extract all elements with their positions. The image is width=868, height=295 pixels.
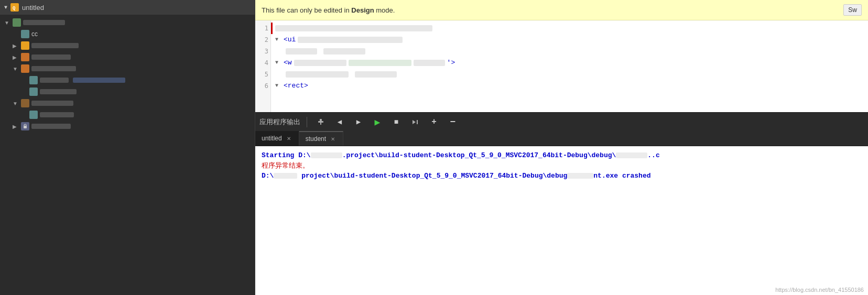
- line-number: 4: [265, 57, 268, 69]
- tree-arrow-icon: ▼: [13, 101, 19, 106]
- tree-item[interactable]: [0, 74, 255, 86]
- xml-tag: <w: [284, 57, 292, 69]
- output-line-3: D:\ project\build-student-Desktop_Qt_5_9…: [262, 171, 862, 181]
- tree-item[interactable]: [0, 109, 255, 121]
- tree-item[interactable]: ▼: [0, 63, 255, 74]
- output-suffix-3: nt.exe crashed: [593, 172, 650, 180]
- tree-arrow-icon: ▼: [13, 66, 19, 72]
- tree-collapse-arrow[interactable]: ▼: [4, 5, 7, 10]
- tree-item[interactable]: ▼: [0, 17, 255, 28]
- switch-mode-button[interactable]: Sw: [843, 4, 862, 16]
- svg-text:Q: Q: [13, 6, 16, 10]
- code-line-2: ▼ <ui: [275, 34, 864, 46]
- tree-item[interactable]: cc: [0, 28, 255, 40]
- fold-arrow[interactable]: ▼: [275, 80, 281, 92]
- output-path2-prefix: D:\: [262, 172, 274, 180]
- blurred-code: [286, 71, 349, 78]
- remove-button[interactable]: −: [446, 115, 460, 129]
- tree-arrow-icon: ▶: [13, 124, 19, 129]
- output-line-1: Starting D:\.project\build-student-Deskt…: [262, 150, 862, 161]
- line-number: 3: [265, 46, 268, 57]
- code-line-4: ▼ <w '>: [275, 57, 864, 69]
- output-blurred-3: [274, 173, 297, 179]
- tree-label: [31, 101, 73, 106]
- code-line-6: ▼ <rect>: [275, 80, 864, 92]
- output-area: Starting D:\.project\build-student-Deskt…: [255, 146, 868, 295]
- tab-student-label: student: [306, 135, 326, 143]
- item-icon: [29, 88, 38, 96]
- code-line-1: [275, 23, 864, 34]
- xml-tag: <rect>: [284, 80, 308, 92]
- svg-rect-4: [320, 123, 321, 125]
- tree-label: [31, 43, 79, 48]
- output-error-text: 程序异常结束。: [262, 162, 309, 170]
- tab-untitled-close[interactable]: ✕: [285, 135, 292, 142]
- tree-label-highlight: [73, 78, 125, 83]
- blurred-code: [275, 25, 432, 31]
- project-icon: Q: [10, 3, 19, 12]
- tree-item[interactable]: ▶: [0, 121, 255, 132]
- line-numbers: 1 2 3 4 5 6: [255, 20, 271, 112]
- line-number: 5: [265, 69, 268, 80]
- item-icon: [21, 122, 29, 130]
- item-icon: [21, 64, 29, 73]
- tree-arrow-icon: ▼: [4, 20, 10, 26]
- tree-label: cc: [31, 30, 38, 38]
- prev-button[interactable]: ◀: [332, 115, 347, 129]
- output-path-prefix: D:\: [298, 151, 310, 159]
- fold-arrow[interactable]: ▼: [275, 34, 281, 46]
- tree-label: [31, 66, 76, 71]
- blurred-code: [286, 48, 317, 54]
- step-button[interactable]: [408, 115, 422, 129]
- item-icon: [21, 53, 29, 61]
- blurred-code: [355, 71, 397, 78]
- tree-item[interactable]: ▶: [0, 51, 255, 63]
- tree-label: [23, 20, 65, 25]
- fold-arrow[interactable]: ▼: [275, 57, 281, 69]
- tab-student[interactable]: student ✕: [299, 131, 343, 146]
- xml-tag: <ui: [284, 34, 296, 46]
- output-container: Starting D:\.project\build-student-Deskt…: [255, 146, 868, 295]
- tree-item[interactable]: ▶: [0, 40, 255, 51]
- project-title: untitled: [22, 4, 44, 12]
- output-path-mid: .project\build-student-Desktop_Qt_5_9_0_…: [342, 151, 616, 159]
- design-mode-warning: This file can only be edited in Design m…: [255, 0, 868, 20]
- tree-arrow-icon: ▶: [13, 43, 19, 49]
- tab-student-close[interactable]: ✕: [329, 135, 337, 143]
- tree-content: ▼ cc ▶ ▶ ▼: [0, 15, 255, 295]
- bottom-toolbar: 应用程序输出 ◀ ▶ ▶ ■ + −: [255, 112, 868, 131]
- blurred-code: [414, 60, 445, 66]
- output-blurred-1: [311, 152, 342, 158]
- tab-untitled[interactable]: untitled ✕: [255, 131, 299, 146]
- output-starting: Starting: [262, 151, 298, 159]
- code-content: ▼ <ui ▼ <w '>: [271, 20, 868, 112]
- next-button[interactable]: ▶: [351, 115, 366, 129]
- file-tree-panel: ▼ Q untitled ▼ cc ▶ ▶ ▼: [0, 0, 255, 295]
- tree-header: ▼ Q untitled: [0, 0, 255, 15]
- svg-marker-6: [413, 120, 416, 124]
- run-button[interactable]: ▶: [370, 115, 385, 129]
- code-line-3: [275, 46, 864, 57]
- tree-item[interactable]: ▼: [0, 97, 255, 109]
- svg-rect-3: [318, 121, 323, 123]
- watermark: https://blog.csdn.net/bn_41550186: [775, 287, 864, 293]
- blurred-code: [323, 48, 365, 54]
- output-line-2: 程序异常结束。: [262, 161, 862, 171]
- blurred-code: [298, 37, 403, 43]
- item-icon: [13, 18, 21, 27]
- svg-rect-5: [320, 119, 322, 121]
- toolbar-separator: [307, 117, 307, 127]
- tree-label: [40, 112, 74, 117]
- line-number: 6: [265, 80, 268, 92]
- output-path2-mid: project\build-student-Desktop_Qt_5_9_0_M…: [297, 172, 567, 180]
- tab-untitled-label: untitled: [262, 135, 282, 142]
- item-icon: [29, 111, 38, 119]
- stop-button[interactable]: ■: [389, 115, 404, 129]
- tree-label: [31, 54, 71, 60]
- add-button[interactable]: +: [427, 115, 441, 129]
- tree-item[interactable]: [0, 86, 255, 97]
- tree-arrow-icon: ▶: [13, 54, 19, 60]
- blurred-code: [294, 60, 346, 66]
- output-blurred-2: [616, 152, 647, 158]
- pin-button[interactable]: [313, 115, 328, 129]
